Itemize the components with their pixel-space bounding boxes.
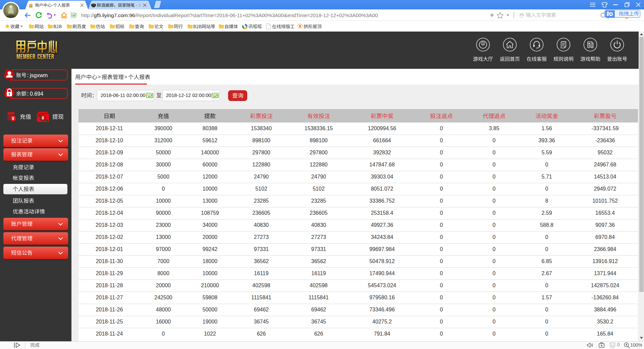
svg-text:8: 8 — [482, 42, 484, 45]
svg-text:AD: AD — [611, 344, 614, 347]
